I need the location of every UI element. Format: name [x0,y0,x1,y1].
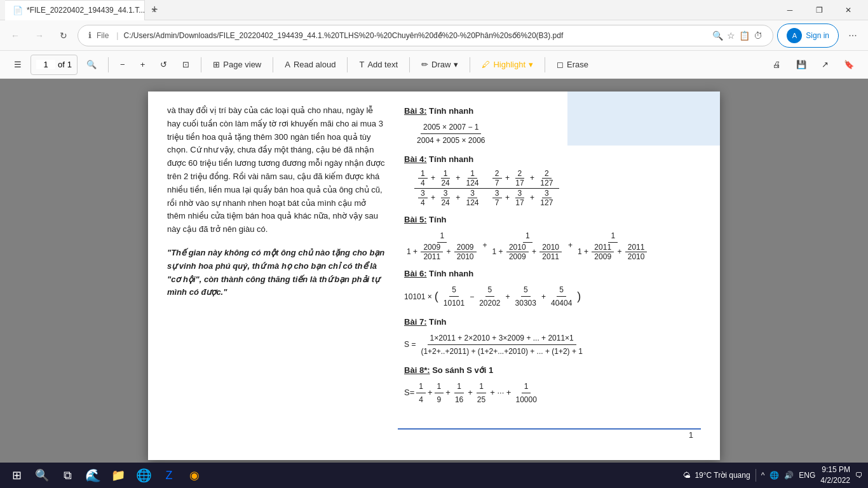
tray-separator [756,469,756,482]
page-number-display: 1 [689,428,693,442]
tab-bar: 📄 *FILE_20220402_194439_44.1.T... ✕ + [5,0,165,20]
sidebar-toggle-button[interactable]: ☰ [8,55,28,75]
bai8-formula: S= 14 + 19 + 116 + 125 + ··· + 110000 [404,380,701,407]
print-button[interactable]: 🖨 [766,55,787,75]
tab-title: *FILE_20220402_194439_44.1.T... [27,6,145,15]
page-view-label: Page view [223,60,261,69]
pdf-page: và thay đổi vị trí bày của các loại quả … [148,92,720,460]
fit-button[interactable]: ⊡ [176,55,196,75]
bai3-frac: 2005 × 2007 − 1 2004 + 2005 × 2006 [414,121,487,147]
refresh-button[interactable]: ↻ [53,25,74,46]
pdf-icon: 📄 [13,6,23,15]
lang-label: ENG [799,471,815,480]
settings-menu-button[interactable]: ··· [843,25,863,46]
copy-icon[interactable]: 📋 [739,30,750,41]
weather-text: 19°C Trời quang [695,471,750,480]
toolbar-divider-2 [201,57,201,72]
read-aloud-label: Read aloud [294,60,336,69]
toolbar-divider-5 [409,57,410,72]
clock-date: 4/2/2022 [820,475,850,486]
bookmark-button[interactable]: 🔖 [837,55,860,75]
address-input[interactable]: ℹ File | C:/Users/Admin/Downloads/FILE_2… [78,25,773,46]
audio-icon[interactable]: 🔊 [784,471,794,480]
bai6-formula: 10101 × ( 510101 − 520202 + 530303 + 540… [404,283,701,310]
page-nav: of 1 [31,55,78,75]
file-explorer-button[interactable]: 📁 [107,464,130,487]
zoom-out-icon: − [120,60,125,69]
share-button[interactable]: ↗ [815,55,835,75]
bai4-section: Bài 4: Tính nhanh 14 + 124 + 1124 27 + [404,152,701,208]
file-label: File [97,31,109,40]
browser-tab[interactable]: 📄 *FILE_20220402_194439_44.1.T... ✕ [5,0,145,20]
address-bar: ← → ↻ ℹ File | C:/Users/Admin/Downloads/… [0,20,868,51]
bai3-formula: 2005 × 2007 − 1 2004 + 2005 × 2006 [404,121,701,147]
clock: 9:15 PM 4/2/2022 [820,464,850,486]
network-icon[interactable]: 🌐 [770,471,779,480]
media-button[interactable]: ◉ [183,464,206,487]
pdf-toolbar: ☰ of 1 🔍 − + ↺ ⊡ ⊞ Page view A Read alou… [0,51,868,79]
sign-in-button[interactable]: A Sign in [777,24,839,48]
taskbar: ⊞ 🔍 ⧉ 🌊 📁 🌐 Z ◉ 🌤 19°C Trời quang ^ 🌐 🔊 … [0,463,868,488]
minimize-button[interactable]: ─ [775,0,804,20]
close-button[interactable]: ✕ [834,0,863,20]
right-column: Bài 3: Tính nhanh 2005 × 2007 − 1 2004 +… [398,104,701,447]
zoom-in-button[interactable]: + [134,55,152,75]
draw-chevron: ▾ [454,60,458,69]
bai7-frac: 1×2011 + 2×2010 + 3×2009 + ... + 2011×1 … [418,332,585,358]
zoom-out-button[interactable]: − [114,55,132,75]
page-view-icon: ⊞ [213,60,220,69]
task-view-button[interactable]: ⧉ [56,464,79,487]
draw-button[interactable]: ✏ Draw ▾ [415,55,465,75]
bai4-title: Bài 4: Tính nhanh [404,154,473,164]
start-button[interactable]: ⊞ [5,464,28,487]
page-number-input[interactable] [36,60,55,69]
read-aloud-icon: A [285,60,290,69]
add-text-label: Add text [367,60,398,69]
page-of-label: of [58,60,65,69]
avatar: A [787,28,802,43]
restore-button[interactable]: ❐ [804,0,834,20]
window-controls: ─ ❐ ✕ [775,0,863,20]
draw-label: Draw [431,60,451,69]
read-aloud-button[interactable]: A Read aloud [278,55,342,75]
edge-button[interactable]: 🌊 [81,464,104,487]
page-view-button[interactable]: ⊞ Page view [207,55,268,75]
fit-icon: ⊡ [182,60,189,69]
bai6-title: Bài 6: Tính nhanh [404,269,473,278]
expand-tray-button[interactable]: ^ [761,471,765,480]
bai6-section: Bài 6: Tính nhanh 10101 × ( 510101 − 520… [404,267,701,310]
bai5-section: Bài 5: Tính 1 1 + 20092011 + 20092010 + … [404,213,701,262]
bai5-formula: 1 1 + 20092011 + 20092010 + 1 1 + 201020… [404,229,701,262]
left-paragraph: và thay đổi vị trí bày của các loại quả … [167,104,385,236]
url-text: C:/Users/Admin/Downloads/FILE_20220402_1… [123,31,707,40]
info-icon: ℹ [88,30,92,40]
rotate-button[interactable]: ↺ [154,55,173,75]
zoom-in-icon: + [140,60,146,69]
toolbar-divider-1 [108,57,109,72]
save-button[interactable]: 💾 [790,55,813,75]
history-icon[interactable]: ⏱ [754,30,763,41]
bai5-title: Bài 5: Tính [404,215,446,224]
bai3-title: Bài 3: Tính nhanh [404,104,701,118]
rotate-icon: ↺ [160,60,167,69]
sign-in-label: Sign in [806,31,829,40]
toolbar-divider-3 [273,57,273,72]
erase-button[interactable]: ◻ Erase [550,55,595,75]
notification-button[interactable]: 🗨 [855,471,863,480]
favorites-icon[interactable]: ☆ [727,30,735,41]
search-button[interactable]: 🔍 [80,55,103,75]
bai4-formula: 14 + 124 + 1124 27 + 217 + 2127 [414,169,701,208]
add-text-button[interactable]: T Add text [353,55,404,75]
zoom-icon[interactable]: 🔍 [712,30,723,41]
toolbar-divider-6 [470,57,470,72]
zalo-button[interactable]: Z [158,464,180,487]
edge-browser-button[interactable]: 🌐 [132,464,155,487]
forward-button[interactable]: → [29,25,50,46]
back-button[interactable]: ← [5,25,25,46]
search-taskbar-button[interactable]: 🔍 [31,464,53,487]
highlight-button[interactable]: 🖊 Highlight ▾ [475,55,539,75]
bai7-title: Bài 7: Tính [404,317,446,327]
bai5-frac1: 1 1 + 20092011 + 20092010 [404,229,480,262]
new-tab-button[interactable]: + [145,3,165,17]
highlight-chevron: ▾ [529,60,533,69]
